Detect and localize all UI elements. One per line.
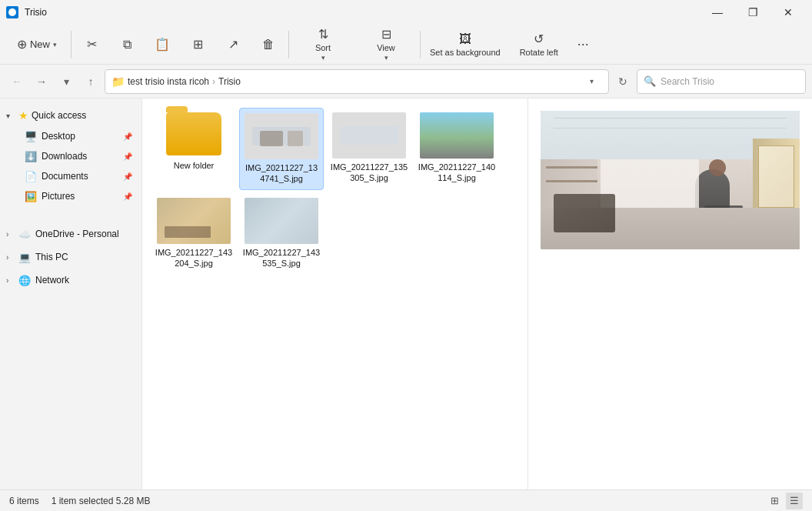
- thispc-section: › 💻 This PC: [0, 246, 141, 268]
- sort-button[interactable]: ⇅ Sort ▾: [292, 28, 354, 62]
- quick-access-header[interactable]: ▾ ★ Quick access: [3, 105, 138, 126]
- documents-pin-icon: 📌: [123, 172, 132, 181]
- new-chevron: ▾: [53, 41, 57, 48]
- img5-thumbnail: [245, 198, 318, 244]
- downloads-icon: ⬇️: [25, 151, 37, 162]
- share-icon: ↗: [228, 37, 238, 52]
- file-item-img4[interactable]: IMG_20211227_143204_S.jpg: [151, 193, 236, 274]
- close-button[interactable]: ✕: [770, 0, 806, 25]
- sidebar-item-documents[interactable]: 📄 Documents 📌: [3, 166, 138, 186]
- breadcrumb[interactable]: 📁 test trisio insta ricoh › Trisio ▾: [105, 69, 609, 94]
- onedrive-chevron: ›: [6, 230, 15, 239]
- rotate-label: Rotate left: [520, 48, 558, 57]
- rename-icon: ⊞: [193, 37, 203, 52]
- rename-button[interactable]: ⊞: [181, 28, 215, 62]
- sidebar: ▾ ★ Quick access 🖥️ Desktop 📌 ⬇️ Downloa…: [0, 99, 142, 489]
- quick-access-chevron: ▾: [6, 112, 15, 120]
- sidebar-pictures-label: Pictures: [42, 191, 120, 202]
- sidebar-item-pictures[interactable]: 🖼️ Pictures 📌: [3, 186, 138, 206]
- rotate-button[interactable]: ↺ Rotate left: [508, 28, 570, 62]
- documents-icon: 📄: [25, 171, 37, 182]
- delete-button[interactable]: 🗑: [251, 28, 285, 62]
- title-bar: Trisio — ❐ ✕: [0, 0, 812, 25]
- file-item-img1[interactable]: IMG_20211227_134741_S.jpg: [239, 108, 324, 190]
- list-view-button[interactable]: ☰: [786, 493, 803, 509]
- breadcrumb-dropdown-button[interactable]: ▾: [581, 71, 602, 92]
- sidebar-desktop-label: Desktop: [42, 131, 120, 142]
- img4-thumbnail: [157, 198, 231, 244]
- sidebar-item-downloads[interactable]: ⬇️ Downloads 📌: [3, 146, 138, 166]
- new-button[interactable]: ⊕ New ▾: [6, 28, 68, 62]
- desktop-icon: 🖥️: [25, 131, 37, 142]
- img2-thumbnail: [332, 112, 406, 159]
- img1-name: IMG_20211227_134741_S.jpg: [243, 162, 320, 185]
- thispc-label: This PC: [35, 252, 132, 262]
- network-icon: 🌐: [18, 275, 31, 286]
- sort-icon: ⇅: [318, 27, 328, 42]
- network-section: › 🌐 Network: [0, 269, 141, 291]
- pictures-icon: 🖼️: [25, 191, 37, 202]
- folder-icon: [166, 112, 221, 155]
- file-area: New folder IMG_20211227_134741_S.jpg: [142, 99, 527, 489]
- app-icon: [6, 6, 18, 18]
- copy-button[interactable]: ⧉: [110, 28, 144, 62]
- preview-panel: [527, 99, 812, 489]
- set-bg-label: Set as background: [430, 48, 501, 57]
- toolbar: ⊕ New ▾ ✂ ⧉ 📋 ⊞ ↗ 🗑 ⇅ Sort ▾ ⊟ View ▾ 🖼 …: [0, 25, 812, 65]
- view-chevron: ▾: [384, 54, 388, 62]
- img3-thumbnail: [420, 112, 494, 159]
- grid-view-button[interactable]: ⊞: [766, 493, 783, 509]
- breadcrumb-path: test trisio insta ricoh: [128, 76, 209, 87]
- rotate-icon: ↺: [534, 32, 544, 46]
- file-item-img5[interactable]: IMG_20211227_143535_S.jpg: [239, 193, 324, 274]
- onedrive-header[interactable]: › ☁️ OneDrive - Personal: [3, 223, 138, 245]
- file-item-img3[interactable]: IMG_20211227_140114_S.jpg: [414, 108, 499, 190]
- new-icon: ⊕: [17, 37, 27, 52]
- share-button[interactable]: ↗: [216, 28, 250, 62]
- address-bar: ← → ▾ ↑ 📁 test trisio insta ricoh › Tris…: [0, 65, 812, 99]
- sidebar-item-desktop[interactable]: 🖥️ Desktop 📌: [3, 126, 138, 146]
- title-bar-left: Trisio: [6, 6, 47, 18]
- status-info: 6 items 1 item selected 5.28 MB: [9, 496, 150, 506]
- more-button[interactable]: ···: [571, 28, 595, 62]
- paste-icon: 📋: [155, 37, 170, 52]
- sort-label: Sort: [315, 43, 331, 52]
- desktop-pin-icon: 📌: [123, 132, 132, 141]
- recent-locations-button[interactable]: ▾: [55, 71, 77, 92]
- minimize-button[interactable]: —: [700, 0, 735, 25]
- thispc-chevron: ›: [6, 253, 15, 262]
- main-content: ▾ ★ Quick access 🖥️ Desktop 📌 ⬇️ Downloa…: [0, 99, 812, 489]
- view-button[interactable]: ⊟ View ▾: [355, 28, 417, 62]
- cut-button[interactable]: ✂: [75, 28, 108, 62]
- separator-3: [420, 31, 421, 58]
- file-grid: New folder IMG_20211227_134741_S.jpg: [151, 108, 518, 273]
- status-bar: 6 items 1 item selected 5.28 MB ⊞ ☰: [0, 489, 812, 511]
- file-item-folder[interactable]: New folder: [151, 108, 236, 190]
- selection-info: 1 item selected 5.28 MB: [52, 496, 151, 506]
- up-button[interactable]: ↑: [80, 71, 102, 92]
- sort-chevron: ▾: [321, 54, 325, 62]
- search-box[interactable]: 🔍 Search Trisio: [637, 69, 806, 94]
- paste-button[interactable]: 📋: [145, 28, 179, 62]
- view-label: View: [377, 43, 395, 52]
- search-icon: 🔍: [644, 75, 656, 87]
- cut-icon: ✂: [87, 37, 97, 52]
- sidebar-downloads-label: Downloads: [42, 151, 120, 162]
- breadcrumb-folder-icon: 📁: [111, 75, 125, 88]
- downloads-pin-icon: 📌: [123, 152, 132, 161]
- app-title: Trisio: [25, 7, 47, 18]
- svg-point-0: [8, 8, 16, 16]
- onedrive-icon: ☁️: [18, 229, 31, 240]
- network-header[interactable]: › 🌐 Network: [3, 269, 138, 291]
- refresh-button[interactable]: ↻: [612, 71, 634, 92]
- file-item-img2[interactable]: IMG_20211227_135305_S.jpg: [327, 108, 411, 190]
- back-button[interactable]: ←: [6, 71, 28, 92]
- quick-access-star-icon: ★: [18, 109, 28, 122]
- img2-name: IMG_20211227_135305_S.jpg: [330, 162, 408, 184]
- forward-button[interactable]: →: [31, 71, 52, 92]
- delete-icon: 🗑: [262, 38, 275, 52]
- view-toggle-group: ⊞ ☰: [766, 493, 803, 509]
- thispc-header[interactable]: › 💻 This PC: [3, 246, 138, 268]
- maximize-button[interactable]: ❐: [735, 0, 770, 25]
- set-bg-button[interactable]: 🖼 Set as background: [424, 28, 507, 62]
